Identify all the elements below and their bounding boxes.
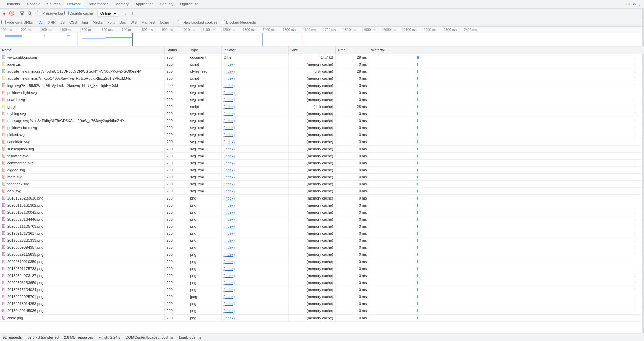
col-header-time[interactable]: Time bbox=[335, 46, 369, 54]
tab-network[interactable]: Network bbox=[64, 0, 84, 8]
filter-ws[interactable]: WS bbox=[128, 20, 139, 25]
table-row[interactable]: 20190828231333.png 200 png (index) (memo… bbox=[0, 237, 644, 244]
hide-data-urls-checkbox[interactable]: Hide data URLs bbox=[1, 20, 33, 24]
search-button[interactable] bbox=[26, 10, 33, 16]
table-row[interactable]: 20200329115835.png 200 png (index) (memo… bbox=[0, 251, 644, 258]
table-row[interactable]: digged.svg 200 svg+xml (index) (memory c… bbox=[0, 166, 644, 173]
table-row[interactable]: subscription.svg 200 svg+xml (index) (me… bbox=[0, 145, 644, 152]
export-button[interactable]: ↑ bbox=[130, 10, 136, 16]
col-header-initiator[interactable]: Initiator bbox=[221, 46, 288, 54]
record-button[interactable]: ● bbox=[1, 10, 7, 16]
table-row[interactable]: myblog.svg 200 svg+xml (index) (memory c… bbox=[0, 110, 644, 117]
filter-js[interactable]: JS bbox=[58, 20, 67, 25]
clear-button[interactable]: 🚫 bbox=[9, 10, 15, 16]
blocked-requests-checkbox[interactable]: Blocked Requests bbox=[221, 20, 256, 24]
cell-initiator: Other bbox=[221, 54, 288, 61]
table-row[interactable]: aggsite-new.min.js?v=kgoQ400zXawTva_Hptc… bbox=[0, 75, 644, 82]
table-row[interactable]: www.cnblogs.com 200 document Other 14.7 … bbox=[0, 54, 644, 61]
table-row[interactable]: pulldown-light.svg 200 svg+xml (index) (… bbox=[0, 89, 644, 96]
timeline-area[interactable]: 100 ms 200 ms 300 ms 400 ms 500 ms 600 m… bbox=[0, 27, 644, 46]
table-row[interactable]: 20131028233616.png 200 png (index) (memo… bbox=[0, 194, 644, 202]
filter-font[interactable]: Font bbox=[105, 20, 117, 25]
filter-img[interactable]: Img bbox=[80, 20, 90, 25]
cell-name: 20200102100041.png bbox=[0, 209, 164, 216]
cell-size: (memory cache) bbox=[288, 223, 335, 230]
cell-type: svg+xml bbox=[188, 187, 221, 194]
filter-media[interactable]: Media bbox=[91, 20, 105, 25]
cell-time: 0 ms bbox=[335, 96, 369, 103]
table-row[interactable]: 20200102100041.png 200 png (index) (memo… bbox=[0, 209, 644, 216]
tab-elements[interactable]: Elements bbox=[1, 0, 23, 8]
table-row[interactable]: 20190913173617.png 200 png (index) (memo… bbox=[0, 230, 644, 237]
table-row[interactable]: following.svg 200 svg+xml (index) (memor… bbox=[0, 152, 644, 159]
cell-name: 20160601175733.png bbox=[0, 265, 164, 272]
tab-lighthouse[interactable]: Lighthouse bbox=[177, 0, 202, 8]
cell-status: 200 bbox=[164, 194, 188, 202]
table-row[interactable]: aggsite-new.min.css?v=od-uCO1JDP50DrCRWG… bbox=[0, 68, 644, 75]
filter-xhr[interactable]: XHR bbox=[46, 20, 58, 25]
table-row[interactable]: cnnic.png 200 png (index) (memory cache)… bbox=[0, 314, 644, 321]
table-row[interactable]: 20200308233659.png 200 png (index) (memo… bbox=[0, 279, 644, 286]
table-row[interactable]: more.svg 200 svg+xml (index) (memory cac… bbox=[0, 173, 644, 180]
table-row[interactable]: 20130515104024.png 200 png (index) (memo… bbox=[0, 286, 644, 293]
col-header-name[interactable]: Name bbox=[0, 46, 164, 54]
cell-status: 200 bbox=[164, 293, 188, 300]
tab-performance[interactable]: Performance bbox=[84, 0, 112, 8]
warning-icon[interactable]: ⚠ 4 bbox=[625, 2, 630, 6]
table-row[interactable]: 20200811105703.png 200 png (index) (memo… bbox=[0, 223, 644, 230]
table-row[interactable]: 20200116181302.png 200 png (index) (memo… bbox=[0, 202, 644, 209]
cell-size: 14.7 kB bbox=[288, 54, 335, 61]
table-row[interactable]: 20200810010359.png 200 png (index) (memo… bbox=[0, 258, 644, 265]
more-icon[interactable]: ⋮ bbox=[638, 2, 641, 6]
has-blocked-cookies-checkbox[interactable]: Has blocked cookies bbox=[178, 20, 217, 24]
table-row[interactable]: 20180420145036.png 200 png (index) (memo… bbox=[0, 307, 644, 314]
cell-time: 0 ms bbox=[335, 159, 369, 166]
toolbar-divider-2 bbox=[35, 11, 35, 16]
table-row[interactable]: commented.svg 200 svg+xml (index) (memor… bbox=[0, 159, 644, 166]
col-header-type[interactable]: Type bbox=[188, 46, 221, 54]
col-header-status[interactable]: Status bbox=[164, 46, 188, 54]
table-row[interactable]: feedback.svg 200 svg+xml (index) (memory… bbox=[0, 180, 644, 187]
table-row[interactable]: candidate.svg 200 svg+xml (index) (memor… bbox=[0, 138, 644, 145]
table-row[interactable]: 20150524073137.png 200 png (index) (memo… bbox=[0, 272, 644, 279]
table-row[interactable]: 20130222025701.png 200 jpeg (index) (mem… bbox=[0, 293, 644, 300]
network-table-container[interactable]: Name Status Type Initiator Size Time Wat… bbox=[0, 46, 644, 333]
table-row[interactable]: gpt.js 200 script (index) (disk cache) 2… bbox=[0, 103, 644, 110]
resize-handle[interactable] bbox=[642, 9, 644, 333]
import-button[interactable]: ↓ bbox=[122, 10, 128, 16]
filter-all[interactable]: All bbox=[37, 20, 45, 25]
cell-waterfall bbox=[369, 202, 644, 209]
settings-icon[interactable]: ⚙ bbox=[633, 2, 636, 6]
table-row[interactable]: 20160601175733.png 200 png (index) (memo… bbox=[0, 265, 644, 272]
table-row[interactable]: picked.svg 200 svg+xml (index) (memory c… bbox=[0, 131, 644, 138]
col-header-size[interactable]: Size bbox=[288, 46, 335, 54]
tab-application[interactable]: Application bbox=[132, 0, 157, 8]
tab-sources[interactable]: Sources bbox=[44, 0, 64, 8]
throttle-select[interactable]: Online bbox=[97, 10, 118, 17]
col-header-waterfall[interactable]: Waterfall bbox=[369, 46, 644, 54]
table-row[interactable]: logo.svg?v=R9M0WmLAIPVydmdzE2keuvnjl-bPR… bbox=[0, 82, 644, 89]
table-row[interactable]: 20160913014253.png 200 png (index) (memo… bbox=[0, 300, 644, 307]
filter-other[interactable]: Other bbox=[158, 20, 171, 25]
table-row[interactable]: pulldown-bold.svg 200 svg+xml (index) (m… bbox=[0, 124, 644, 131]
file-icon bbox=[2, 295, 6, 299]
cell-name: myblog.svg bbox=[0, 110, 164, 117]
preserve-log-checkbox[interactable]: Preserve log bbox=[37, 11, 63, 15]
tab-console[interactable]: Console bbox=[23, 0, 44, 8]
disable-cache-checkbox[interactable]: Disable cache bbox=[64, 11, 93, 15]
tab-memory[interactable]: Memory bbox=[112, 0, 132, 8]
filter-css[interactable]: CSS bbox=[67, 20, 79, 25]
cell-type: svg+xml bbox=[188, 131, 221, 138]
table-row[interactable]: 20200509094357.png 200 png (index) (memo… bbox=[0, 244, 644, 251]
table-row[interactable]: dark.svg 200 svg+xml (index) (memory cac… bbox=[0, 187, 644, 194]
table-row[interactable]: message.svg?v=oS4PkibyMjZ9rGD5XAcLt99uW_… bbox=[0, 117, 644, 124]
table-row[interactable]: 20200328164446.png 200 png (index) (memo… bbox=[0, 216, 644, 223]
filter-button[interactable] bbox=[19, 10, 25, 16]
filter-manifest[interactable]: Manifest bbox=[139, 20, 157, 25]
cell-waterfall bbox=[369, 173, 644, 180]
tab-security[interactable]: Security bbox=[157, 0, 177, 8]
filter-doc[interactable]: Doc bbox=[117, 20, 128, 25]
table-row[interactable]: jquery.js 200 script (index) (memory cac… bbox=[0, 61, 644, 68]
timeline-chart[interactable] bbox=[0, 33, 644, 46]
table-row[interactable]: search.svg 200 svg+xml (index) (memory c… bbox=[0, 96, 644, 103]
